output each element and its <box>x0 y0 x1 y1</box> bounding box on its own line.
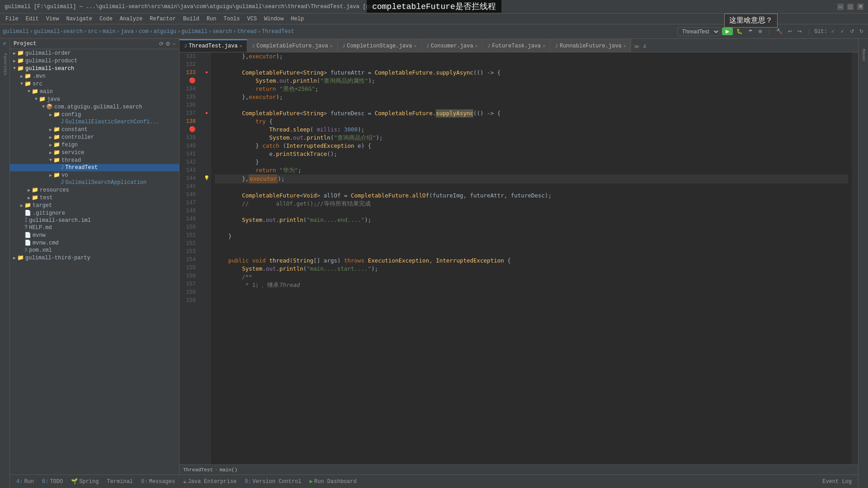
tree-item-iml[interactable]: ▶ I gulimall-search.iml <box>10 217 179 224</box>
tree-item-constant[interactable]: ▶ 📁 constant <box>10 126 179 133</box>
tree-item-feign[interactable]: ▶ 📁 feign <box>10 141 179 149</box>
tree-item-order[interactable]: ▶ 📁 gulimall-order <box>10 49 179 57</box>
coverage-button[interactable]: ☂ <box>746 28 755 35</box>
tab-runnablefuture[interactable]: J RunnableFuture.java ✕ <box>550 39 631 52</box>
run-config-select[interactable]: ThreadTest <box>677 27 720 36</box>
menu-code[interactable]: Code <box>96 15 116 23</box>
tree-item-product[interactable]: ▶ 📁 gulimall-product <box>10 57 179 65</box>
menu-tools[interactable]: Tools <box>220 15 244 23</box>
maximize-button[interactable]: □ <box>847 4 854 10</box>
debug-button[interactable]: 🐛 <box>735 28 745 35</box>
tab-close-runnablefuture[interactable]: ✕ <box>623 43 626 49</box>
tab-close-consumer[interactable]: ✕ <box>475 43 478 49</box>
tree-item-helpmd[interactable]: ▶ ? HELP.md <box>10 224 179 231</box>
tree-item-resources[interactable]: ▶ 📁 resources <box>10 186 179 194</box>
tab-consumer[interactable]: J Consumer.java ✕ <box>421 39 482 52</box>
breadcrumb-gulimall2[interactable]: gulimall <box>181 28 208 35</box>
menu-refactor[interactable]: Refactor <box>146 15 179 23</box>
bottom-tab-messages[interactable]: 0: Messages <box>137 477 179 486</box>
tree-item-controller[interactable]: ▶ 📁 controller <box>10 133 179 141</box>
git-btn-3[interactable]: ↻ <box>858 28 865 35</box>
sidebar-collapse-btn[interactable]: − <box>172 41 175 47</box>
toolbar-btn-1[interactable]: ↩ <box>786 28 794 35</box>
bottom-tab-rundashboard[interactable]: ▶ Run Dashboard <box>306 477 360 486</box>
tree-item-mvnwcmd[interactable]: ▶ 📄 mvnw.cmd <box>10 239 179 247</box>
bottom-tab-spring[interactable]: 🌱 Spring <box>67 477 102 486</box>
menu-navigate[interactable]: Navigate <box>62 15 96 23</box>
tab-futuretask[interactable]: J FutureTask.java ✕ <box>483 39 551 52</box>
git-btn-2[interactable]: ↺ <box>848 28 856 35</box>
tree-item-package[interactable]: ▼ 📦 com.atguigu.gulimall.search <box>10 103 179 111</box>
tree-item-application[interactable]: ▶ J GulimallSearchApplication <box>10 179 179 186</box>
build-button[interactable]: 🔨 <box>774 28 784 35</box>
tree-item-configfile[interactable]: ▶ J GulimallElasticSearchConfi... <box>10 118 179 126</box>
breadcrumb-thread[interactable]: thread <box>237 28 257 35</box>
git-btn-1[interactable]: ✓ <box>839 28 846 35</box>
breadcrumb-main[interactable]: main <box>103 28 116 35</box>
tree-item-pomxml[interactable]: ▶ X pom.xml <box>10 247 179 254</box>
tree-item-vo[interactable]: ▶ 📁 vo <box>10 171 179 179</box>
menu-analyze[interactable]: Analyze <box>116 15 146 23</box>
breadcrumb-search[interactable]: search <box>212 28 232 35</box>
breadcrumb-src[interactable]: src <box>88 28 98 35</box>
breadcrumb-atguigu[interactable]: atguigu <box>154 28 176 35</box>
bottom-tab-javaee[interactable]: ☕ Java Enterprise <box>179 477 240 486</box>
bottom-tab-todo[interactable]: 6: TODO <box>38 477 66 486</box>
breadcrumb-gulimall[interactable]: gulimall <box>3 28 29 35</box>
breadcrumb-threadtest-bottom[interactable]: ThreadTest <box>183 467 213 473</box>
sidebar-settings-btn[interactable]: ⚙ <box>165 41 170 47</box>
menu-file[interactable]: File <box>2 15 22 23</box>
tree-item-main[interactable]: ▼ 📁 main <box>10 88 179 95</box>
tree-item-service[interactable]: ▶ 📁 service <box>10 149 179 156</box>
tree-item-src[interactable]: ▼ 📁 src <box>10 80 179 88</box>
menu-view[interactable]: View <box>42 15 63 23</box>
toolbar-btn-2[interactable]: ↪ <box>796 28 803 35</box>
menu-vcs[interactable]: VCS <box>244 15 261 23</box>
breadcrumb-java[interactable]: java <box>121 28 134 35</box>
tab-completable[interactable]: J CompletableFuture.java ✕ <box>247 39 338 52</box>
profile-button[interactable]: ⊕ <box>756 28 764 35</box>
git-checkmark[interactable]: ✓ <box>829 28 837 35</box>
bottom-tab-terminal[interactable]: Terminal <box>103 477 137 486</box>
tab-close-completionstage[interactable]: ✕ <box>414 43 416 49</box>
tab-close-futuretask[interactable]: ✕ <box>542 43 545 49</box>
scrollbar[interactable] <box>852 52 858 465</box>
tree-item-third-party[interactable]: ▶ 📁 gulimall-third-party <box>10 254 179 262</box>
tab-close-threadtest[interactable]: ✕ <box>240 43 242 49</box>
tree-item-target[interactable]: ▶ 📁 target <box>10 202 179 209</box>
menu-window[interactable]: Window <box>260 15 287 23</box>
tree-item-java[interactable]: ▼ 📁 java <box>10 95 179 103</box>
breadcrumb-main-bottom[interactable]: main() <box>220 467 238 473</box>
bottom-tab-eventlog[interactable]: Event Log <box>819 477 855 486</box>
sidebar-sync-btn[interactable]: ⟳ <box>159 41 164 47</box>
tree-item-search[interactable]: ▼ 📁 gulimall-search <box>10 65 179 72</box>
favorites-icon[interactable]: Favorites <box>0 51 9 78</box>
breadcrumb-threadtest[interactable]: ThreadTest <box>262 28 294 35</box>
tree-item-thread[interactable]: ▼ 📁 thread <box>10 156 179 164</box>
code-content[interactable]: },executor); CompletableFuture<String> f… <box>211 52 852 465</box>
menu-build[interactable]: Build <box>179 15 203 23</box>
tab-threadtest[interactable]: J ThreadTest.java ✕ <box>179 39 247 52</box>
bottom-tab-vcs[interactable]: 9: Version Control <box>241 477 305 486</box>
code-editor[interactable]: 131 132 133 🔴 134 135 136 137 138 🔴 139 … <box>179 52 858 465</box>
run-button[interactable]: ▶ <box>722 28 733 35</box>
menu-run[interactable]: Run <box>203 15 220 23</box>
breadcrumb-gulimall-search[interactable]: gulimall-search <box>34 28 83 35</box>
breadcrumb-com[interactable]: com <box>139 28 149 35</box>
tree-item-config[interactable]: ▶ 📁 config <box>10 111 179 118</box>
tree-item-mvnw[interactable]: ▶ 📄 mvnw <box>10 231 179 239</box>
tabs-more[interactable]: ≫ 4 <box>631 42 649 52</box>
tree-item-test[interactable]: ▶ 📁 test <box>10 194 179 202</box>
maven-icon[interactable]: Maven <box>859 42 868 69</box>
project-icon[interactable]: P <box>0 40 9 49</box>
tree-item-threadtest[interactable]: ▶ J ThreadTest <box>10 164 179 171</box>
tab-close-completable[interactable]: ✕ <box>330 43 333 49</box>
tree-item-mvn[interactable]: ▶ 📁 .mvn <box>10 72 179 80</box>
tab-completionstage[interactable]: J CompletionStage.java ✕ <box>338 39 422 52</box>
menu-edit[interactable]: Edit <box>22 15 42 23</box>
minimize-button[interactable]: ─ <box>837 4 844 10</box>
menu-help[interactable]: Help <box>287 15 307 23</box>
tree-item-gitignore[interactable]: ▶ 📄 .gitignore <box>10 209 179 217</box>
bottom-tab-run[interactable]: 4: Run <box>13 477 38 486</box>
close-button[interactable]: ✕ <box>857 4 863 10</box>
